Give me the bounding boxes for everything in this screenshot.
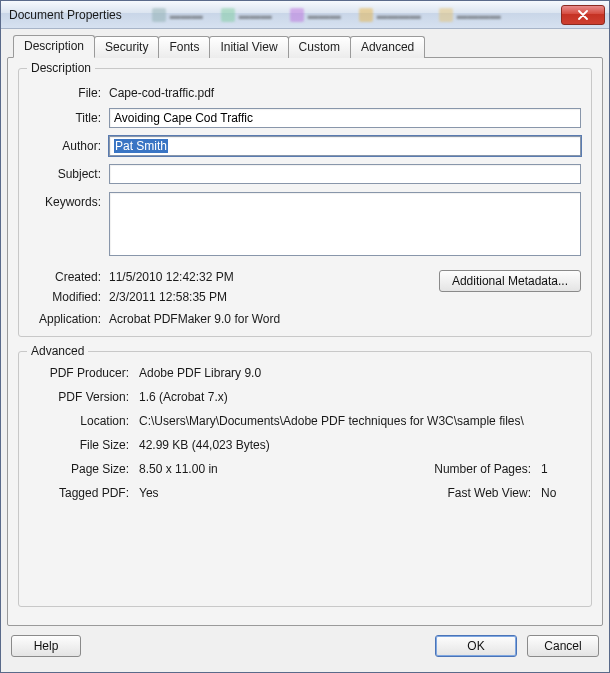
ok-button[interactable]: OK — [435, 635, 517, 657]
tab-security[interactable]: Security — [94, 36, 159, 58]
close-icon — [578, 10, 588, 20]
version-value: 1.6 (Acrobat 7.x) — [139, 390, 581, 404]
advanced-legend: Advanced — [27, 344, 88, 358]
application-value: Acrobat PDFMaker 9.0 for Word — [109, 312, 280, 326]
created-value: 11/5/2010 12:42:32 PM — [109, 270, 234, 284]
window-title: Document Properties — [9, 8, 122, 22]
description-group: Description File: Cape-cod-traffic.pdf T… — [18, 68, 592, 337]
client-area: Description Security Fonts Initial View … — [1, 29, 609, 672]
numpages-label: Number of Pages: — [421, 462, 541, 476]
title-label: Title: — [29, 108, 109, 125]
titlebar: Document Properties ▬▬▬ ▬▬▬ ▬▬▬ ▬▬▬▬ ▬▬▬… — [1, 1, 609, 29]
tab-custom[interactable]: Custom — [288, 36, 351, 58]
subject-input[interactable] — [109, 164, 581, 184]
numpages-value: 1 — [541, 462, 581, 476]
location-value: C:\Users\Mary\Documents\Adobe PDF techni… — [139, 414, 581, 428]
author-selected-text: Pat Smith — [114, 139, 168, 153]
fastweb-label: Fast Web View: — [421, 486, 541, 500]
keywords-label: Keywords: — [29, 192, 109, 209]
producer-label: PDF Producer: — [29, 366, 139, 380]
tab-advanced[interactable]: Advanced — [350, 36, 425, 58]
tagged-value: Yes — [139, 486, 421, 500]
filesize-value: 42.99 KB (44,023 Bytes) — [139, 438, 581, 452]
modified-label: Modified: — [29, 290, 109, 304]
background-apps-blur: ▬▬▬ ▬▬▬ ▬▬▬ ▬▬▬▬ ▬▬▬▬ — [152, 6, 555, 24]
file-label: File: — [29, 83, 109, 100]
tabbar: Description Security Fonts Initial View … — [13, 33, 603, 57]
keywords-input[interactable] — [109, 192, 581, 256]
subject-label: Subject: — [29, 164, 109, 181]
additional-metadata-button[interactable]: Additional Metadata... — [439, 270, 581, 292]
cancel-button[interactable]: Cancel — [527, 635, 599, 657]
version-label: PDF Version: — [29, 390, 139, 404]
help-button[interactable]: Help — [11, 635, 81, 657]
author-input[interactable]: Pat Smith — [109, 136, 581, 156]
tab-fonts[interactable]: Fonts — [158, 36, 210, 58]
location-label: Location: — [29, 414, 139, 428]
author-label: Author: — [29, 136, 109, 153]
tab-initial-view[interactable]: Initial View — [209, 36, 288, 58]
file-value: Cape-cod-traffic.pdf — [109, 83, 581, 100]
filesize-label: File Size: — [29, 438, 139, 452]
fastweb-value: No — [541, 486, 581, 500]
description-legend: Description — [27, 61, 95, 75]
modified-value: 2/3/2011 12:58:35 PM — [109, 290, 227, 304]
dialog-footer: Help OK Cancel — [7, 626, 603, 666]
tabpage-description: Description File: Cape-cod-traffic.pdf T… — [7, 57, 603, 626]
tab-description[interactable]: Description — [13, 35, 95, 58]
document-properties-window: Document Properties ▬▬▬ ▬▬▬ ▬▬▬ ▬▬▬▬ ▬▬▬… — [0, 0, 610, 673]
created-label: Created: — [29, 270, 109, 284]
pagesize-label: Page Size: — [29, 462, 139, 476]
application-label: Application: — [29, 312, 109, 326]
title-input[interactable] — [109, 108, 581, 128]
tagged-label: Tagged PDF: — [29, 486, 139, 500]
pagesize-value: 8.50 x 11.00 in — [139, 462, 421, 476]
producer-value: Adobe PDF Library 9.0 — [139, 366, 581, 380]
close-button[interactable] — [561, 5, 605, 25]
advanced-group: Advanced PDF Producer: Adobe PDF Library… — [18, 351, 592, 607]
